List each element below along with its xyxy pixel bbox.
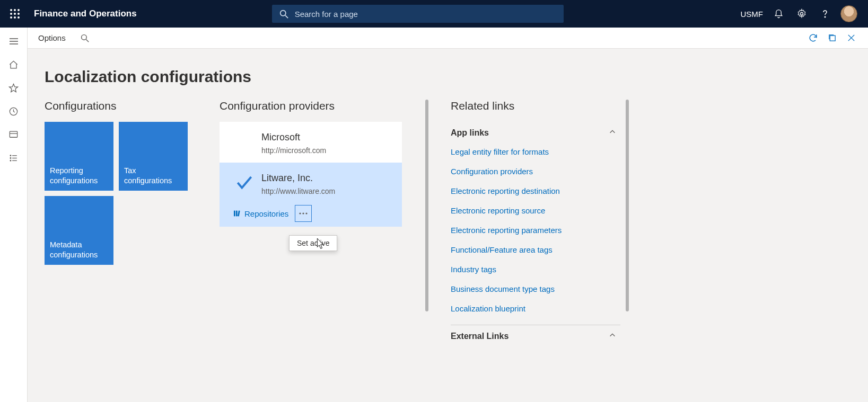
svg-line-26 <box>86 39 89 42</box>
tile-tax-configurations[interactable]: Tax configurations <box>119 122 188 191</box>
svg-point-8 <box>17 16 20 19</box>
workspace-icon <box>8 130 19 140</box>
home-icon <box>8 60 19 70</box>
action-pane: Options <box>28 28 868 49</box>
notifications-button[interactable] <box>770 6 786 22</box>
svg-point-35 <box>306 213 308 215</box>
star-icon <box>8 83 19 93</box>
link-functional-tags[interactable]: Functional/Feature area tags <box>451 240 620 260</box>
popout-icon <box>828 33 837 42</box>
svg-point-25 <box>81 34 86 40</box>
scrollbar-links[interactable] <box>626 100 629 311</box>
provider-name: Microsoft <box>261 132 394 143</box>
company-selector[interactable]: USMF <box>741 10 764 19</box>
question-icon <box>820 9 830 19</box>
rail-expand-button[interactable] <box>3 31 24 52</box>
rail-favorites-button[interactable] <box>3 77 24 99</box>
link-er-destination[interactable]: Electronic reporting destination <box>451 181 620 201</box>
svg-rect-27 <box>830 35 835 41</box>
link-industry-tags[interactable]: Industry tags <box>451 260 620 279</box>
menu-item-set-active[interactable]: Set active <box>297 239 329 247</box>
svg-point-19 <box>10 155 11 156</box>
topbar-right: USMF <box>741 5 864 22</box>
rail-workspaces-button[interactable] <box>3 124 24 145</box>
section-title-configurations: Configurations <box>45 100 220 112</box>
chevron-up-icon <box>609 332 616 339</box>
svg-rect-32 <box>238 211 240 217</box>
svg-rect-30 <box>234 211 235 217</box>
link-business-doc-tags[interactable]: Business document type tags <box>451 279 620 299</box>
provider-name: Litware, Inc. <box>261 173 394 184</box>
waffle-icon <box>10 9 20 19</box>
refresh-icon <box>808 33 818 43</box>
rail-home-button[interactable] <box>3 54 24 75</box>
svg-rect-31 <box>236 211 238 217</box>
checkmark-icon <box>234 173 255 193</box>
related-group-app-links[interactable]: App links <box>451 127 620 142</box>
user-avatar[interactable] <box>840 5 857 22</box>
action-search-button[interactable] <box>76 30 93 47</box>
hamburger-icon <box>9 38 19 45</box>
svg-point-4 <box>14 13 16 15</box>
refresh-button[interactable] <box>803 29 822 48</box>
svg-point-21 <box>10 157 11 158</box>
repositories-button[interactable]: Repositories <box>230 207 292 220</box>
popout-button[interactable] <box>822 29 841 48</box>
more-actions-menu: Set active <box>289 235 337 251</box>
link-er-parameters[interactable]: Electronic reporting parameters <box>451 220 620 240</box>
scrollbar-providers[interactable] <box>425 100 428 311</box>
gear-icon <box>796 8 807 19</box>
tile-reporting-configurations[interactable]: Reporting configurations <box>45 122 113 191</box>
svg-rect-17 <box>10 131 17 137</box>
topbar: Finance and Operations Search for a page… <box>0 0 868 28</box>
svg-point-3 <box>10 13 12 15</box>
repository-icon <box>233 209 241 218</box>
close-button[interactable] <box>841 29 861 48</box>
rail-recent-button[interactable] <box>3 101 24 122</box>
provider-card-microsoft[interactable]: Microsoft http://microsoft.com <box>220 122 402 163</box>
chevron-up-icon <box>609 128 616 136</box>
svg-point-34 <box>303 213 304 215</box>
svg-point-9 <box>280 10 285 15</box>
link-configuration-providers[interactable]: Configuration providers <box>451 162 620 181</box>
svg-point-1 <box>14 9 16 11</box>
search-box[interactable]: Search for a page <box>272 5 564 23</box>
link-localization-blueprint[interactable]: Localization blueprint <box>451 299 620 318</box>
svg-point-5 <box>17 13 20 15</box>
close-icon <box>847 33 856 42</box>
section-title-related: Related links <box>451 100 620 112</box>
list-icon <box>8 153 19 163</box>
ellipsis-icon <box>299 212 308 215</box>
svg-point-2 <box>17 9 20 11</box>
left-rail <box>0 28 28 402</box>
help-button[interactable] <box>817 6 833 22</box>
section-title-providers: Configuration providers <box>220 100 402 112</box>
link-legal-entity-filter[interactable]: Legal entity filter for formats <box>451 142 620 162</box>
search-placeholder: Search for a page <box>295 10 358 19</box>
svg-point-0 <box>10 9 12 11</box>
bell-icon <box>774 9 784 19</box>
provider-card-litware[interactable]: Litware, Inc. http://www.litware.com Rep… <box>220 163 402 227</box>
app-launcher-button[interactable] <box>4 3 25 24</box>
svg-point-23 <box>10 160 11 161</box>
search-icon <box>279 10 288 19</box>
settings-button[interactable] <box>794 6 810 22</box>
app-title: Finance and Operations <box>34 8 137 19</box>
more-actions-button[interactable] <box>295 205 312 222</box>
related-group-external-links[interactable]: External Links <box>451 330 620 345</box>
clock-icon <box>8 106 19 117</box>
svg-point-6 <box>10 16 12 19</box>
provider-url: http://www.litware.com <box>261 187 394 195</box>
svg-line-10 <box>285 15 288 18</box>
options-button[interactable]: Options <box>35 31 69 44</box>
page-title: Localization configurations <box>45 68 868 86</box>
tile-metadata-configurations[interactable]: Metadata configurations <box>45 196 113 265</box>
rail-modules-button[interactable] <box>3 147 24 168</box>
svg-point-7 <box>14 16 16 19</box>
link-er-source[interactable]: Electronic reporting source <box>451 201 620 220</box>
svg-point-33 <box>300 213 301 215</box>
search-icon <box>81 34 89 42</box>
svg-point-12 <box>825 16 826 17</box>
svg-point-11 <box>801 13 803 15</box>
provider-url: http://microsoft.com <box>261 146 394 155</box>
